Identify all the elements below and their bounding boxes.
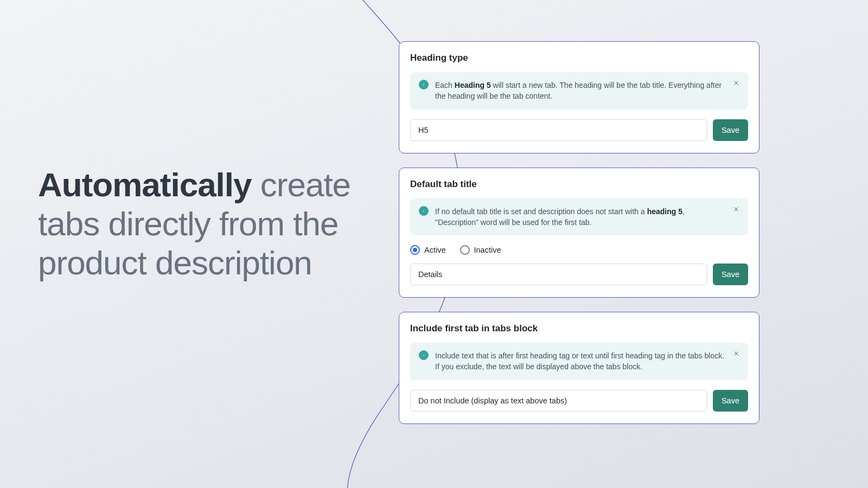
card-title: Include first tab in tabs block — [410, 323, 748, 334]
hero-bold: Automatically — [38, 166, 252, 203]
info-banner: Include text that is after first heading… — [410, 343, 748, 380]
info-text-prefix: Each — [435, 81, 455, 89]
info-icon — [419, 80, 429, 89]
info-icon — [419, 206, 429, 216]
save-button[interactable]: Save — [713, 119, 748, 141]
close-icon[interactable] — [731, 204, 742, 215]
close-icon[interactable] — [731, 348, 742, 359]
info-text-bold: heading 5 — [647, 207, 682, 216]
hero-headline: Automatically create tabs directly from … — [38, 165, 391, 282]
close-icon[interactable] — [731, 78, 742, 88]
card-default-tab-title: Default tab title If no default tab titl… — [399, 168, 760, 298]
info-text-bold: Heading 5 — [455, 81, 491, 89]
radio-label: Active — [424, 246, 446, 254]
info-text-prefix: If no default tab title is set and descr… — [435, 207, 647, 216]
radio-inactive[interactable]: Inactive — [460, 245, 501, 255]
radio-label: Inactive — [474, 246, 501, 254]
radio-icon — [410, 245, 420, 255]
radio-active[interactable]: Active — [410, 245, 446, 255]
info-banner: If no default tab title is set and descr… — [410, 198, 748, 236]
default-title-input[interactable] — [410, 264, 707, 285]
card-include-first-tab: Include first tab in tabs block Include … — [399, 312, 760, 424]
card-heading-type: Heading type Each Heading 5 will start a… — [399, 41, 760, 153]
include-first-input[interactable] — [410, 390, 707, 412]
card-title: Default tab title — [410, 179, 748, 190]
save-button[interactable]: Save — [713, 264, 748, 285]
info-icon — [419, 350, 429, 360]
radio-icon — [460, 245, 470, 255]
save-button[interactable]: Save — [713, 390, 748, 412]
card-title: Heading type — [410, 53, 748, 63]
info-text: Include text that is after first heading… — [435, 351, 724, 371]
info-banner: Each Heading 5 will start a new tab. The… — [410, 72, 748, 110]
heading-type-input[interactable] — [410, 119, 707, 141]
